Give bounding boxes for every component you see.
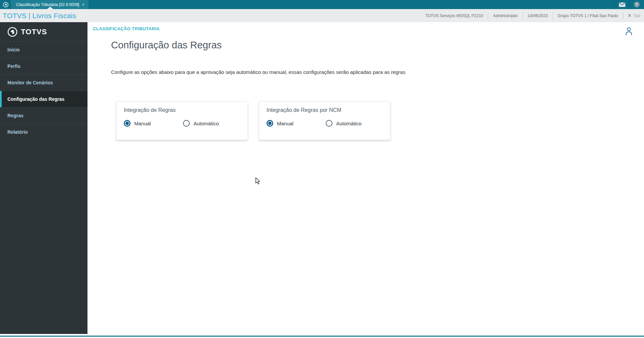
sidebar-item-perfis[interactable]: Perfis — [0, 58, 87, 74]
sidebar-item-label: Regras — [7, 113, 23, 118]
tab-title: Classificação Tributária [02.9.0009] — [16, 2, 79, 7]
bottom-accent-line — [0, 336, 644, 337]
main-layout: TOTVS Inicio Perfis Monitor de Cenários … — [0, 22, 644, 334]
logout-x-icon: ✕ — [628, 13, 632, 18]
mail-icon — [619, 2, 625, 7]
settings-cards: Integração de Regras Manual Automático I… — [116, 101, 391, 140]
tab-bar: Classificação Tributária [02.9.0009] × ? — [0, 0, 644, 9]
sidebar-item-label: Relatório — [7, 129, 28, 135]
user-profile-button[interactable] — [625, 27, 633, 37]
app-header: TOTVS | Livros Fiscais TOTVS Serviços MS… — [0, 9, 644, 22]
logout-button[interactable]: ✕ Sair — [623, 12, 644, 19]
totvs-logo-icon — [7, 27, 17, 37]
radio-label: Manual — [277, 121, 293, 126]
radio-option-manual[interactable]: Manual — [266, 120, 293, 127]
tab-classificacao-tributaria[interactable]: Classificação Tributária [02.9.0009] × — [11, 0, 88, 9]
radio-label: Automático — [336, 121, 361, 126]
sidebar-item-inicio[interactable]: Inicio — [0, 41, 87, 58]
sidebar-item-label: Inicio — [7, 47, 20, 52]
active-tab-caret — [47, 7, 53, 9]
card-title: Integração de Regras por NCM — [266, 107, 383, 113]
page-description: Configure as opções abaixo para que a ap… — [111, 69, 405, 75]
sidebar-item-configuracao-das-regras[interactable]: Configuração das Regras — [0, 91, 87, 107]
sidebar-item-label: Configuração das Regras — [7, 96, 65, 102]
totvs-logo-icon — [3, 2, 8, 7]
date-label: 14/06/2023 — [523, 12, 552, 19]
radio-option-manual[interactable]: Manual — [124, 120, 151, 127]
header-session-info: TOTVS Serviços MSSQL P2210 Administrador… — [421, 9, 644, 22]
radio-option-automatico[interactable]: Automático — [326, 120, 361, 127]
sidebar-item-monitor-de-cenarios[interactable]: Monitor de Cenários — [0, 74, 87, 91]
radio-unselected-icon[interactable] — [326, 120, 332, 127]
radio-unselected-icon[interactable] — [183, 120, 190, 127]
radio-group-integracao-por-ncm: Manual Automático — [266, 120, 383, 127]
brand-title: TOTVS | Livros Fiscais — [0, 12, 76, 20]
sidebar-item-label: Perfis — [7, 64, 21, 69]
radio-label: Manual — [134, 121, 151, 126]
sidebar-item-regras[interactable]: Regras — [0, 107, 87, 124]
radio-option-automatico[interactable]: Automático — [183, 120, 219, 127]
logout-label: Sair — [634, 13, 641, 18]
user-icon — [625, 27, 633, 36]
page-title: Configuração das Regras — [111, 40, 222, 51]
sidebar-item-relatorio[interactable]: Relatório — [0, 124, 87, 140]
help-button[interactable]: ? — [629, 0, 644, 9]
card-integracao-de-regras: Integração de Regras Manual Automático — [116, 101, 248, 140]
tabbar-right-icons: ? — [614, 0, 644, 9]
content-area: CLASSIFICAÇÃO TRIBUTARIA Configuração da… — [87, 22, 644, 334]
radio-label: Automático — [193, 121, 219, 126]
sidebar-logo: TOTVS — [0, 22, 87, 41]
environment-label: TOTVS Serviços MSSQL P2210 — [421, 12, 488, 19]
sidebar: TOTVS Inicio Perfis Monitor de Cenários … — [0, 22, 87, 334]
user-role-label: Administrador — [488, 12, 523, 19]
mail-button[interactable] — [614, 0, 629, 9]
sidebar-logo-text: TOTVS — [21, 28, 47, 36]
radio-group-integracao-de-regras: Manual Automático — [124, 120, 240, 127]
help-icon: ? — [634, 2, 640, 7]
sidebar-item-label: Monitor de Cenários — [7, 80, 53, 85]
card-integracao-de-regras-por-ncm: Integração de Regras por NCM Manual Auto… — [259, 101, 391, 140]
radio-selected-icon[interactable] — [266, 120, 273, 127]
radio-selected-icon[interactable] — [124, 120, 131, 127]
breadcrumb: CLASSIFICAÇÃO TRIBUTARIA — [93, 26, 160, 31]
tab-close-icon[interactable]: × — [82, 2, 84, 7]
card-title: Integração de Regras — [124, 107, 240, 113]
company-branch-label: Grupo TOTVS 1 / Filial Sao Paulo — [552, 12, 623, 19]
totvs-app-icon[interactable] — [0, 0, 11, 9]
